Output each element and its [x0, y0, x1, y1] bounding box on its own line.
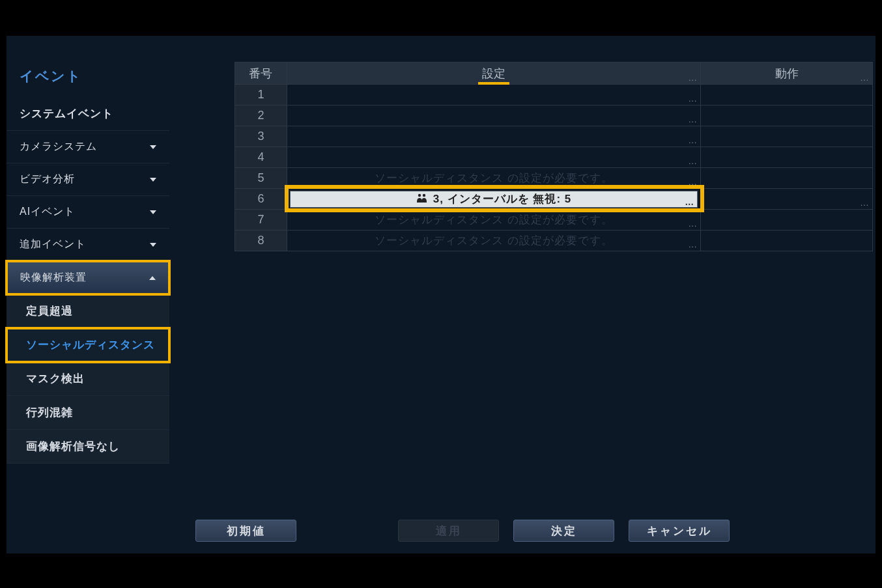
ellipsis-icon: … — [685, 197, 693, 207]
row-setting-text: ソーシャルディスタンス の設定が必要です。 — [375, 234, 613, 247]
apply-button[interactable]: 適用 — [398, 520, 499, 542]
col-header-number[interactable]: 番号 — [235, 63, 287, 85]
row-setting-cell[interactable]: 3, インターバルを 無視: 5 … — [287, 189, 700, 210]
sidebar-sub-label: ソーシャルディスタンス — [26, 339, 155, 351]
table-header-row: 番号 設定 … 動作 … — [235, 63, 873, 85]
content-area: 番号 設定 … 動作 … 1 … — [169, 36, 875, 553]
table-row[interactable]: 6 3 — [235, 189, 873, 210]
row-number: 4 — [235, 147, 287, 168]
row-action-cell[interactable] — [701, 210, 873, 231]
table-row[interactable]: 3 … — [235, 126, 873, 147]
row-setting-cell[interactable]: ソーシャルディスタンス の設定が必要です。 … — [287, 210, 700, 231]
chevron-down-icon — [150, 145, 156, 149]
sidebar: イベント システムイベント カメラシステム ビデオ分析 AIイベント 追加イベン… — [7, 36, 169, 553]
cancel-button[interactable]: キャンセル — [629, 520, 730, 542]
row-action-cell[interactable] — [701, 231, 873, 251]
sidebar-item-camera-system[interactable]: カメラシステム — [7, 131, 169, 163]
col-header-setting[interactable]: 設定 … — [287, 63, 700, 85]
table-row[interactable]: 1 … — [235, 85, 873, 105]
ellipsis-icon: … — [860, 72, 868, 83]
ellipsis-icon: … — [688, 218, 696, 229]
row-setting-cell[interactable]: … — [287, 147, 700, 168]
settings-table: 番号 設定 … 動作 … 1 … — [235, 62, 873, 251]
sidebar-item-label: カメラシステム — [20, 140, 97, 154]
sidebar-sub-mask-detect[interactable]: マスク検出 — [7, 362, 169, 396]
ok-button[interactable]: 決定 — [513, 520, 614, 542]
row-action-cell[interactable] — [701, 168, 873, 189]
button-bar: 初期値 適用 決定 キャンセル — [195, 520, 730, 542]
table-row[interactable]: 7 ソーシャルディスタンス の設定が必要です。 … — [235, 210, 873, 231]
ellipsis-icon: … — [688, 156, 696, 166]
ellipsis-icon: … — [688, 176, 696, 187]
row-setting-cell[interactable]: … — [287, 126, 700, 147]
row-number: 1 — [235, 85, 287, 105]
ellipsis-icon: … — [688, 135, 696, 145]
sidebar-item-ai-event[interactable]: AIイベント — [7, 196, 169, 229]
sidebar-item-label: システムイベント — [20, 106, 113, 121]
sidebar-item-additional-event[interactable]: 追加イベント — [7, 229, 169, 261]
row-setting-text: ソーシャルディスタンス の設定が必要です。 — [375, 214, 613, 226]
chevron-up-icon — [149, 276, 156, 280]
spacer — [311, 520, 384, 542]
sidebar-title: イベント — [7, 62, 169, 97]
col-header-action[interactable]: 動作 … — [701, 63, 873, 85]
reset-button[interactable]: 初期値 — [195, 520, 296, 542]
table-row[interactable]: 5 ソーシャルディスタンス の設定が必要です。 … — [235, 168, 873, 189]
chevron-down-icon — [150, 210, 156, 214]
row-setting-cell[interactable]: … — [287, 105, 700, 126]
sidebar-sub-label: 定員超過 — [26, 305, 73, 317]
row-number: 5 — [235, 168, 287, 189]
col-header-action-label: 動作 — [775, 67, 799, 80]
table-row[interactable]: 4 … — [235, 147, 873, 168]
row-setting-cell[interactable]: … — [287, 85, 700, 105]
row-action-cell[interactable] — [701, 147, 873, 168]
chevron-down-icon — [150, 178, 156, 182]
setting-field-text: 3, インターバルを 無視: 5 — [433, 191, 571, 206]
ellipsis-icon: … — [688, 114, 696, 124]
sidebar-item-video-analyzer[interactable]: 映像解析装置 — [7, 261, 169, 294]
row-number: 6 — [235, 189, 287, 210]
ellipsis-icon: … — [688, 93, 696, 104]
sidebar-sub-label: 行列混雑 — [26, 406, 73, 419]
sidebar-sub-label: 画像解析信号なし — [26, 440, 120, 453]
sidebar-item-system-event[interactable]: システムイベント — [7, 97, 169, 131]
sidebar-item-label: 追加イベント — [20, 238, 86, 251]
row-action-cell[interactable] — [701, 126, 873, 147]
ellipsis-icon: … — [860, 197, 868, 208]
chevron-down-icon — [150, 243, 156, 247]
sidebar-sub-no-signal[interactable]: 画像解析信号なし — [7, 430, 169, 464]
row-number: 8 — [235, 231, 287, 251]
sidebar-item-video-analysis[interactable]: ビデオ分析 — [7, 163, 169, 196]
sidebar-sub-social-distance[interactable]: ソーシャルディスタンス — [7, 328, 169, 362]
sidebar-sub-capacity[interactable]: 定員超過 — [7, 294, 169, 328]
table-row[interactable]: 2 … — [235, 105, 873, 126]
app-window: イベント システムイベント カメラシステム ビデオ分析 AIイベント 追加イベン… — [7, 36, 875, 553]
ellipsis-icon: … — [688, 239, 696, 249]
svg-point-1 — [423, 194, 425, 197]
sidebar-sub-label: マスク検出 — [26, 372, 85, 385]
table-body: 1 … 2 … 3 … 4 … — [235, 85, 873, 251]
row-number: 2 — [235, 105, 287, 126]
row-action-cell[interactable]: … — [701, 189, 873, 210]
sidebar-item-label: 映像解析装置 — [20, 271, 87, 285]
svg-point-0 — [418, 194, 421, 197]
sidebar-sub-queue[interactable]: 行列混雑 — [7, 396, 169, 430]
row-action-cell[interactable] — [701, 105, 873, 126]
sidebar-item-label: AIイベント — [20, 205, 75, 219]
row-setting-cell[interactable]: ソーシャルディスタンス の設定が必要です。 … — [287, 231, 700, 251]
row-setting-cell[interactable]: ソーシャルディスタンス の設定が必要です。 … — [287, 168, 700, 189]
people-icon — [416, 193, 428, 204]
setting-field-selected[interactable]: 3, インターバルを 無視: 5 … — [290, 191, 698, 208]
row-number: 3 — [235, 126, 287, 147]
ellipsis-icon: … — [688, 72, 696, 83]
sidebar-item-label: ビデオ分析 — [20, 173, 75, 186]
row-number: 7 — [235, 210, 287, 231]
col-header-setting-label: 設定 — [482, 67, 505, 80]
table-row[interactable]: 8 ソーシャルディスタンス の設定が必要です。 … — [235, 231, 873, 251]
row-setting-text: ソーシャルディスタンス の設定が必要です。 — [375, 172, 613, 184]
row-action-cell[interactable] — [701, 85, 873, 105]
